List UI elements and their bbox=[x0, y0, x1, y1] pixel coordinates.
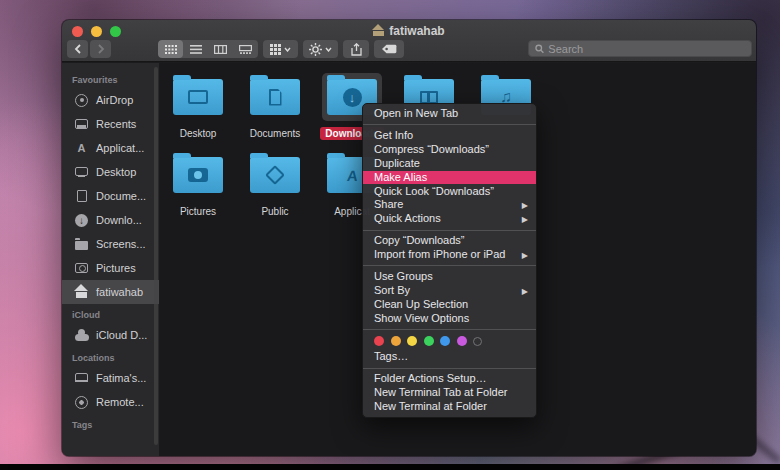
sidebar-item-airdrop[interactable]: AirDrop bbox=[62, 88, 159, 112]
sidebar-item-screens-[interactable]: Screens... bbox=[62, 232, 159, 256]
disc-icon bbox=[75, 396, 88, 409]
sidebar-item-fatima-s-[interactable]: Fatima's... bbox=[62, 366, 159, 390]
menu-item-import-from-iphone-or-ipad[interactable]: Import from iPhone or iPad▶ bbox=[363, 248, 536, 262]
forward-button[interactable] bbox=[90, 40, 111, 58]
sidebar-item-label: AirDrop bbox=[96, 94, 133, 106]
menu-item-duplicate[interactable]: Duplicate bbox=[363, 157, 536, 171]
menu-item-quick-look-downloads-[interactable]: Quick Look “Downloads” bbox=[363, 184, 536, 198]
tag-color-row bbox=[363, 333, 536, 350]
laptop-icon bbox=[75, 373, 88, 381]
tag-color-dot[interactable] bbox=[374, 336, 384, 346]
share-button[interactable] bbox=[343, 40, 369, 58]
menu-item-open-in-new-tab[interactable]: Open in New Tab bbox=[363, 107, 536, 121]
sidebar-section-header: Tags bbox=[62, 414, 159, 433]
sidebar-item-applicat-[interactable]: AApplicat... bbox=[62, 136, 159, 160]
sidebar-scrollbar[interactable] bbox=[154, 67, 158, 445]
chevron-left-icon bbox=[74, 44, 82, 54]
search-input[interactable] bbox=[548, 43, 745, 55]
back-button[interactable] bbox=[67, 40, 88, 58]
menu-item-folder-actions-setup-[interactable]: Folder Actions Setup… bbox=[363, 372, 536, 386]
sidebar-item-docume-[interactable]: Docume... bbox=[62, 184, 159, 208]
search-field[interactable] bbox=[528, 40, 752, 57]
group-by-button[interactable] bbox=[263, 40, 298, 58]
applications-icon: A bbox=[78, 142, 86, 154]
no-color-tag[interactable] bbox=[473, 337, 482, 346]
pictures-folder-icon-glyph bbox=[188, 168, 208, 182]
tags-button[interactable] bbox=[374, 40, 404, 58]
menu-item-clean-up-selection[interactable]: Clean Up Selection bbox=[363, 298, 536, 312]
sidebar-item-label: Screens... bbox=[96, 238, 146, 250]
applications-icon: A bbox=[74, 141, 89, 156]
folder-Desktop[interactable]: Desktop bbox=[162, 73, 234, 140]
menu-item-new-terminal-tab-at-folder[interactable]: New Terminal Tab at Folder bbox=[363, 386, 536, 400]
folder-label: Public bbox=[256, 205, 293, 218]
menu-item-share[interactable]: Share▶ bbox=[363, 198, 536, 212]
menu-item-new-terminal-at-folder[interactable]: New Terminal at Folder bbox=[363, 400, 536, 414]
documents-folder-icon-glyph bbox=[269, 89, 282, 106]
menu-separator bbox=[363, 265, 536, 266]
action-menu-button[interactable] bbox=[303, 40, 338, 58]
finder-window: fatiwahab bbox=[62, 20, 756, 456]
view-mode-gallery-view[interactable] bbox=[233, 40, 258, 58]
sidebar-item-icloud-d-[interactable]: iCloud D... bbox=[62, 323, 159, 347]
tag-color-dot[interactable] bbox=[391, 336, 401, 346]
sidebar-item-desktop[interactable]: Desktop bbox=[62, 160, 159, 184]
window-title: fatiwahab bbox=[389, 24, 444, 38]
list-icon bbox=[190, 45, 202, 54]
sidebar-item-pictures[interactable]: Pictures bbox=[62, 256, 159, 280]
menu-item-make-alias[interactable]: Make Alias bbox=[363, 171, 536, 185]
submenu-arrow-icon: ▶ bbox=[522, 286, 528, 298]
airdrop-icon bbox=[74, 93, 89, 108]
sidebar-section-header: Favourites bbox=[62, 69, 159, 88]
menu-item-copy-downloads-[interactable]: Copy “Downloads” bbox=[363, 234, 536, 248]
desktop-icon bbox=[75, 167, 88, 176]
search-icon bbox=[535, 44, 544, 54]
menu-item-get-info[interactable]: Get Info bbox=[363, 129, 536, 143]
sidebar-item-label: fatiwahab bbox=[96, 286, 143, 298]
menu-separator bbox=[363, 368, 536, 369]
sidebar: FavouritesAirDropRecentsAApplicat...Desk… bbox=[62, 63, 160, 456]
sidebar-item-label: Recents bbox=[96, 118, 136, 130]
laptop-icon bbox=[74, 371, 89, 386]
sidebar-item-recents[interactable]: Recents bbox=[62, 112, 159, 136]
sidebar-item-downlo-[interactable]: ↓Downlo... bbox=[62, 208, 159, 232]
public-folder-icon-glyph bbox=[265, 165, 285, 185]
sidebar-item-remote-[interactable]: Remote... bbox=[62, 390, 159, 414]
folder-icon-wrap bbox=[245, 73, 305, 121]
folder-Documents[interactable]: Documents bbox=[239, 73, 311, 140]
menu-item-tags-[interactable]: Tags… bbox=[363, 350, 536, 364]
view-mode-list-view[interactable] bbox=[183, 40, 208, 58]
folder-icon-wrap bbox=[168, 151, 228, 199]
folder-label: Desktop bbox=[175, 127, 222, 140]
menu-separator bbox=[363, 124, 536, 125]
folder-Public[interactable]: Public bbox=[239, 151, 311, 218]
view-mode-column-view[interactable] bbox=[208, 40, 233, 58]
sidebar-section-header: iCloud bbox=[62, 304, 159, 323]
tag-color-dot[interactable] bbox=[457, 336, 467, 346]
menu-separator bbox=[363, 329, 536, 330]
cloud-icon bbox=[75, 334, 89, 341]
sidebar-item-fatiwahab[interactable]: fatiwahab bbox=[62, 280, 159, 304]
menu-item-compress-downloads-[interactable]: Compress “Downloads” bbox=[363, 143, 536, 157]
tag-color-dot[interactable] bbox=[407, 336, 417, 346]
menu-item-quick-actions[interactable]: Quick Actions▶ bbox=[363, 212, 536, 226]
desktop-folder-icon bbox=[173, 79, 223, 115]
menu-item-sort-by[interactable]: Sort By▶ bbox=[363, 284, 536, 298]
group-grid-icon bbox=[270, 44, 281, 55]
menu-item-show-view-options[interactable]: Show View Options bbox=[363, 311, 536, 325]
chevron-right-icon bbox=[97, 44, 105, 54]
gear-icon bbox=[309, 43, 322, 56]
folder-Pictures[interactable]: Pictures bbox=[162, 151, 234, 218]
tag-color-dot[interactable] bbox=[440, 336, 450, 346]
downloads-icon: ↓ bbox=[74, 213, 89, 228]
tag-color-dot[interactable] bbox=[424, 336, 434, 346]
menu-item-use-groups[interactable]: Use Groups bbox=[363, 270, 536, 284]
documents-icon bbox=[77, 190, 87, 202]
desktop-folder-icon-glyph bbox=[188, 90, 208, 104]
view-mode-icon-view[interactable] bbox=[158, 40, 183, 58]
downloads-icon: ↓ bbox=[75, 214, 88, 227]
home-icon bbox=[76, 292, 87, 298]
submenu-arrow-icon: ▶ bbox=[522, 214, 528, 226]
sidebar-item-label: Applicat... bbox=[96, 142, 144, 154]
pictures-icon bbox=[74, 261, 89, 276]
